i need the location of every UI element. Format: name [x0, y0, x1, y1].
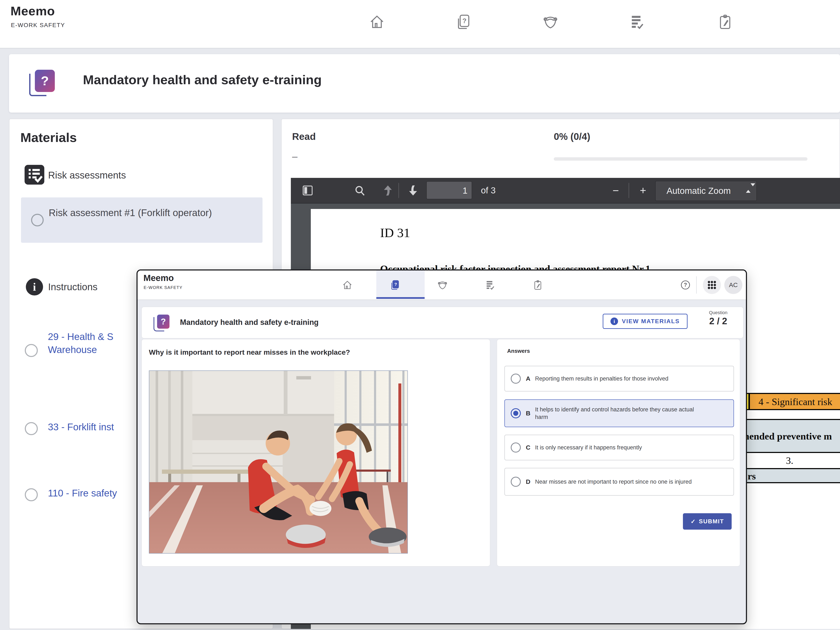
- question-counter: Question 2 / 2: [696, 310, 740, 326]
- check-icon: ✓: [691, 518, 696, 525]
- progress-bar: [554, 157, 807, 161]
- checklist-icon[interactable]: [629, 14, 645, 30]
- help-icon[interactable]: ?: [680, 280, 691, 290]
- svg-text:?: ?: [395, 282, 397, 287]
- modal-header: Meemo E-WORK SAFETY ? ?: [137, 270, 746, 300]
- instruction-label-line: Warehouse: [48, 343, 114, 356]
- instruction-radio[interactable]: [25, 488, 38, 501]
- answer-option-d[interactable]: D Near misses are not important to repor…: [504, 468, 734, 496]
- answer-option-a[interactable]: A Reporting them results in penalties fo…: [504, 366, 734, 392]
- clipboard-edit-icon[interactable]: [717, 14, 733, 30]
- home-icon[interactable]: [369, 14, 385, 30]
- answer-radio[interactable]: [511, 374, 521, 384]
- top-header: Meemo E-WORK SAFETY ?: [0, 0, 840, 49]
- material-radio[interactable]: [31, 214, 44, 226]
- sidebar-toggle-icon[interactable]: [301, 184, 314, 197]
- svg-text:?: ?: [463, 17, 466, 25]
- page-down-icon[interactable]: [406, 184, 420, 197]
- view-materials-button[interactable]: i VIEW MATERIALS: [603, 314, 688, 329]
- quiz-cards-icon[interactable]: ?: [390, 280, 400, 290]
- table-cell-risk-level: 4 - Significant risk: [744, 393, 840, 410]
- page-title: Mandatory health and safety e-training: [83, 72, 322, 87]
- info-icon: i: [611, 317, 618, 325]
- apps-grid-icon[interactable]: [703, 276, 721, 294]
- material-item-risk-assessment-1[interactable]: Risk assessment #1 (Forklift operator): [21, 197, 262, 243]
- svg-text:?: ?: [684, 282, 687, 288]
- pdf-toolbar: 1 of 3 − + Automatic Zoom: [291, 178, 840, 204]
- quiz-cards-icon[interactable]: ?: [455, 14, 471, 30]
- answer-radio[interactable]: [511, 477, 521, 487]
- active-tab-highlight: [376, 270, 425, 299]
- submit-button[interactable]: ✓ SUBMIT: [683, 513, 732, 530]
- answer-option-b[interactable]: B It helps to identify and control hazar…: [504, 399, 734, 427]
- question-card: Why is it important to report near misse…: [141, 339, 490, 567]
- checklist-icon[interactable]: [485, 280, 496, 290]
- modal-app-tagline: E-WORK SAFETY: [144, 285, 183, 290]
- instruction-radio[interactable]: [25, 422, 38, 435]
- mask-icon[interactable]: [542, 14, 558, 30]
- page-number-input[interactable]: 1: [426, 181, 472, 199]
- search-icon[interactable]: [353, 184, 367, 197]
- course-title-card: ? Mandatory health and safety e-training: [9, 54, 840, 112]
- mask-icon[interactable]: [437, 280, 448, 290]
- header-divider: [696, 276, 697, 294]
- app-screen: Meemo E-WORK SAFETY ? ? Mandatory health…: [0, 0, 840, 630]
- material-item-label: Risk assessment #1 (Forklift operator): [49, 206, 212, 219]
- app-tagline: E-WORK SAFETY: [11, 22, 65, 28]
- modal-app-logo: Meemo: [144, 273, 174, 283]
- clipboard-edit-icon[interactable]: [532, 280, 543, 290]
- instruction-label-line: 33 - Forklift inst: [48, 420, 114, 433]
- materials-group-label: Risk assessments: [48, 169, 126, 181]
- answer-letter: A: [526, 375, 535, 382]
- answers-label: Answers: [507, 348, 530, 354]
- answer-text: Near misses are not important to report …: [535, 478, 692, 486]
- table-cell-preventive: hended preventive m: [744, 419, 840, 453]
- course-icon: ?: [29, 70, 55, 96]
- quiz-modal: Meemo E-WORK SAFETY ? ?: [136, 269, 747, 624]
- reader-current-item: –: [292, 151, 298, 162]
- document-id: ID 31: [380, 225, 410, 240]
- risk-assessments-icon: [25, 165, 44, 185]
- materials-title: Materials: [21, 130, 77, 145]
- answer-letter: B: [526, 410, 535, 417]
- answer-letter: C: [526, 444, 535, 451]
- answer-letter: D: [526, 478, 535, 485]
- zoom-level-select[interactable]: Automatic Zoom: [655, 181, 757, 201]
- answer-radio-selected[interactable]: [511, 408, 521, 418]
- course-icon: ?: [153, 314, 169, 332]
- home-icon[interactable]: [342, 280, 352, 290]
- answer-text: Reporting them results in penalties for …: [535, 375, 668, 382]
- answers-card: Answers A Reporting them results in pena…: [497, 339, 740, 567]
- modal-course-title: Mandatory health and safety e-training: [180, 318, 319, 327]
- instructions-label: Instructions: [48, 281, 98, 292]
- zoom-out-icon[interactable]: −: [609, 184, 622, 197]
- instruction-label-line: 110 - Fire safety: [48, 486, 117, 500]
- instruction-label-line: 29 - Health & S: [48, 330, 114, 343]
- answer-option-c[interactable]: C It is only necessary if it happens fre…: [504, 435, 734, 460]
- modal-title-card: ? Mandatory health and safety e-training…: [141, 306, 744, 338]
- question-text: Why is it important to report near misse…: [149, 348, 478, 356]
- answer-radio[interactable]: [511, 442, 521, 453]
- answer-text: It helps to identify and control hazards…: [535, 406, 701, 421]
- instructions-icon: i: [26, 278, 43, 295]
- reader-mode-label: Read: [292, 131, 316, 142]
- table-cell-row-number: 3.: [744, 454, 840, 467]
- question-photo: [149, 370, 408, 554]
- page-count-label: of 3: [481, 178, 496, 203]
- table-cell-partial: rs: [744, 468, 840, 483]
- answer-text: It is only necessary if it happens frequ…: [535, 444, 642, 451]
- risk-table-fragment: 4 - Significant risk hended preventive m…: [744, 393, 840, 629]
- reader-progress: 0% (0/4): [554, 131, 590, 142]
- zoom-in-icon[interactable]: +: [636, 184, 650, 197]
- user-avatar[interactable]: AC: [724, 276, 742, 294]
- page-up-icon[interactable]: [381, 184, 395, 197]
- instruction-radio[interactable]: [25, 344, 38, 357]
- app-logo: Meemo: [11, 4, 55, 18]
